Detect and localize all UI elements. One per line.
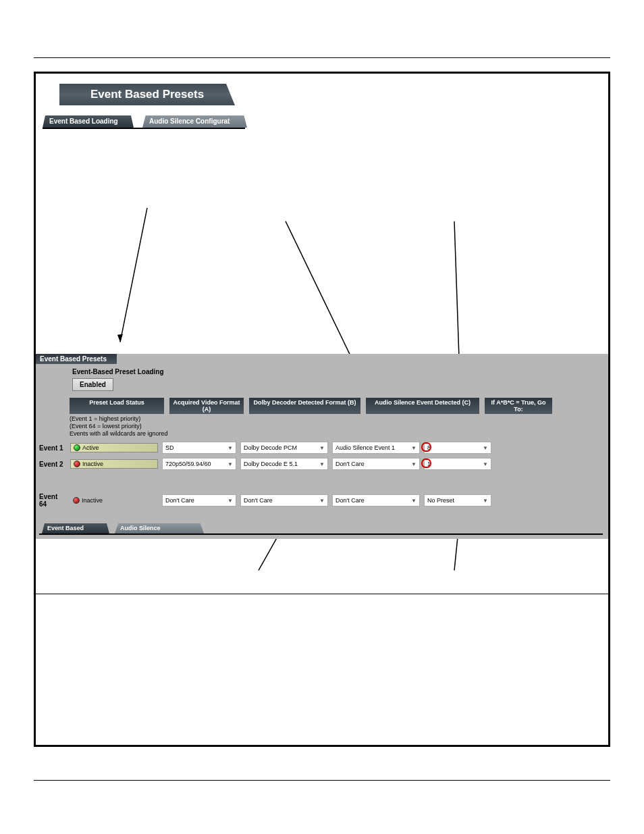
callout-oval-8 [421,442,431,452]
svg-line-0 [120,208,147,342]
example-box: Event Based Presets Event Based Loading … [34,72,610,747]
note-2: (Event 64 = lowest priority) [70,423,603,430]
note-1: (Event 1 = highest priority) [70,415,603,423]
dd-b-event-2[interactable]: Dolby Decode E 5.1 ▼ [240,458,328,470]
chevron-down-icon: ▼ [227,461,233,467]
row-event-2: Event 2 Inactive 720p50/59.94/60 ▼ Dolby… [39,458,603,470]
dd-a-event-2[interactable]: 720p50/59.94/60 ▼ [162,458,236,470]
dd-b-event-1[interactable]: Dolby Decode PCM ▼ [240,442,328,454]
tabstrip-bottom: Event Based Loading Audio Silence Config… [39,521,603,535]
hdr-audio-silence: Audio Silence Event Detected (C) [366,398,479,414]
panel-title: Event Based Presets [36,354,117,364]
dd-a-event-64[interactable]: Don't Care ▼ [162,494,236,506]
label-event-64: Event 64 [39,493,66,508]
status-event-1: Active [70,443,158,452]
tab2-event-based-loading[interactable]: Event Based Loading [42,523,109,533]
chevron-down-icon: ▼ [227,445,233,451]
event-based-panel: Event Based Presets Event-Based Preset L… [36,354,608,539]
led-red-icon [73,497,80,504]
tab-event-based-loading[interactable]: Event Based Loading [43,115,134,128]
chevron-down-icon: ▼ [319,445,325,451]
title-chip: Event Based Presets [59,84,235,105]
row-event-1: Event 1 Active SD ▼ Dolby Decode PCM ▼ [39,442,603,454]
dd-a-text-1: SD [165,444,174,451]
dd-c-text-1: Audio Silence Event 1 [336,444,395,451]
note-3: Events with all wildcards are ignored [70,430,603,438]
dd-c-text-64: Don't Care [336,497,365,504]
status-text-1: Active [82,444,99,451]
status-text-2: Inactive [82,461,103,467]
dd-go-event-2[interactable]: 1 ▼ [424,458,491,470]
status-event-2: Inactive [70,459,158,469]
chevron-down-icon: ▼ [483,445,488,451]
document-page: Event Based Presets Event Based Loading … [0,0,644,834]
chevron-down-icon: ▼ [411,498,417,504]
dd-go-event-64[interactable]: No Preset ▼ [424,494,491,506]
chevron-down-icon: ▼ [319,461,325,467]
preset-loading-label: Event-Based Preset Loading [72,368,603,375]
dd-a-text-64: Don't Care [165,497,194,504]
status-text-64: Inactive [82,497,103,504]
chevron-down-icon: ▼ [411,445,417,451]
column-headers: Preset Load Status Acquired Video Format… [70,398,603,414]
tab-audio-silence-config[interactable]: Audio Silence Configurat [142,115,247,128]
chevron-down-icon: ▼ [411,461,417,467]
dd-a-text-2: 720p50/59.94/60 [165,461,211,467]
dd-b-text-2: Dolby Decode E 5.1 [244,461,298,467]
dd-b-event-64[interactable]: Don't Care ▼ [240,494,328,506]
dd-c-event-2[interactable]: Don't Care ▼ [332,458,420,470]
status-event-64: Inactive [70,496,158,504]
label-event-2: Event 2 [39,461,66,468]
header-rule [34,57,610,58]
hdr-dolby-detected: Dolby Decoder Detected Format (B) [249,398,360,414]
hdr-acquired-video: Acquired Video Format (A) [169,398,244,414]
label-event-1: Event 1 [39,444,66,452]
hdr-go-to: If A*B*C = True, Go To: [485,398,552,414]
led-green-icon [74,444,80,451]
callout-oval-1 [421,459,431,468]
tab2-audio-silence-config[interactable]: Audio Silence Configuration [115,523,204,533]
hdr-preset-load-status: Preset Load Status [70,398,164,414]
mid-divider [36,594,608,594]
dd-c-event-1[interactable]: Audio Silence Event 1 ▼ [332,442,420,454]
priority-notes: (Event 1 = highest priority) (Event 64 =… [70,415,603,438]
dd-a-event-1[interactable]: SD ▼ [162,442,236,454]
dd-go-event-1[interactable]: 8 ▼ [424,442,491,454]
tabstrip-top: Event Based Loading Audio Silence Config… [43,114,245,129]
row-event-64: Event 64 Inactive Don't Care ▼ Don't Car… [39,493,603,508]
led-red-icon [74,461,80,467]
chevron-down-icon: ▼ [319,498,325,504]
footer-rule [34,780,610,781]
chevron-down-icon: ▼ [227,498,233,504]
chevron-down-icon: ▼ [483,498,488,504]
dd-b-text-1: Dolby Decode PCM [244,444,297,451]
dd-b-text-64: Don't Care [244,497,273,504]
dd-c-event-64[interactable]: Don't Care ▼ [332,494,420,506]
svg-marker-1 [117,334,123,342]
dd-go-text-64: No Preset [427,497,454,504]
dd-c-text-2: Don't Care [336,461,365,467]
enabled-button[interactable]: Enabled [72,378,113,391]
chevron-down-icon: ▼ [483,461,488,467]
